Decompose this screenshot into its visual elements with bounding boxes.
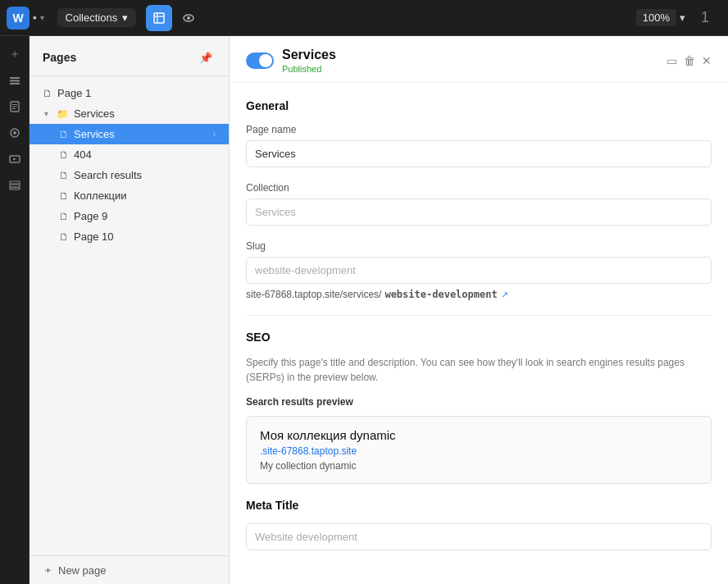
page-label: 404: [74, 148, 216, 161]
section-divider: [246, 315, 712, 316]
app-name: ▪: [33, 11, 37, 24]
page-icon: 🗋: [59, 129, 69, 140]
data-icon: [8, 179, 21, 192]
page-label: Page 10: [74, 230, 216, 243]
eye-icon: [182, 11, 195, 25]
panel-status: Published: [282, 64, 667, 74]
rail-layers-btn[interactable]: [3, 69, 26, 92]
preview-title: Моя коллекция dynamic: [260, 428, 698, 442]
slug-url-bold: website-development: [384, 289, 497, 300]
search-preview-card: Моя коллекция dynamic .site-67868.taptop…: [246, 416, 712, 484]
page-label: Search results: [74, 169, 216, 181]
svg-rect-17: [10, 185, 20, 187]
svg-marker-15: [13, 158, 16, 161]
app-logo[interactable]: W: [7, 7, 30, 30]
sidebar-pin-btn[interactable]: 📌: [196, 48, 216, 67]
page-toggle[interactable]: [246, 52, 274, 69]
zoom-control[interactable]: 100% ▾: [636, 9, 685, 26]
logo-letter: W: [12, 11, 23, 25]
seo-section: SEO Specify this page's title and descri…: [246, 331, 712, 550]
page-arrow-icon: ›: [213, 130, 216, 139]
new-page-button[interactable]: ＋ New page: [30, 555, 229, 584]
frame-icon: [152, 11, 166, 25]
meta-title-field: Meta Title: [246, 499, 712, 550]
general-title: General: [246, 99, 712, 112]
rail-data-btn[interactable]: [3, 174, 26, 197]
svg-rect-5: [10, 77, 20, 79]
sidebar-header: Pages 📌: [30, 36, 229, 76]
page-label: Коллекции: [74, 189, 216, 202]
rail-add-btn[interactable]: ＋: [3, 43, 26, 66]
svg-rect-16: [10, 181, 20, 184]
slug-url-prefix: site-67868.taptop.site/services/: [246, 289, 381, 300]
page-icon: 🗋: [43, 88, 52, 99]
page-settings-panel: Services Published ▭ 🗑 ✕ General Page na…: [230, 36, 728, 584]
page-icon: 🗋: [59, 170, 69, 181]
collection-field: Collection: [246, 182, 712, 226]
topbar-more-btn[interactable]: 1: [692, 5, 718, 31]
delete-icon[interactable]: 🗑: [684, 54, 695, 67]
pages-icon: [8, 100, 21, 113]
page-name-input[interactable]: [246, 140, 712, 167]
svg-point-13: [13, 131, 16, 135]
folder-icon: 📁: [57, 108, 69, 120]
folder-children: 🗋 Services › 🗋 404 🗋 Search results 🗋 Ко…: [30, 124, 229, 247]
meta-title-input[interactable]: [246, 523, 712, 550]
editor-tool-btn[interactable]: [146, 5, 172, 31]
topbar: W ▪ ▾ Collections ▾ 100% ▾ 1: [0, 0, 728, 36]
plus-icon: ＋: [43, 563, 53, 577]
page-icon: 🗋: [59, 190, 69, 202]
sidebar-item-page10[interactable]: 🗋 Page 10: [30, 226, 229, 247]
pages-list: 🗋 Page 1 ▼ 📁 Services 🗋 Services › 🗋 404: [30, 76, 229, 552]
meta-title-label: Meta Title: [246, 499, 712, 512]
sidebar-item-collections[interactable]: 🗋 Коллекции: [30, 185, 229, 206]
icon-rail: ＋: [0, 36, 30, 584]
sidebar-item-search-results[interactable]: 🗋 Search results: [30, 165, 229, 185]
media-icon: [8, 153, 21, 166]
slug-label: Slug: [246, 240, 712, 252]
general-section: General Page name Collection Slug site-6…: [246, 99, 712, 300]
collection-label: Collection: [246, 182, 712, 194]
minimize-icon[interactable]: ▭: [667, 54, 677, 67]
preview-desc: My collection dynamic: [260, 460, 698, 472]
sidebar-item-services[interactable]: 🗋 Services ›: [30, 124, 229, 144]
collections-chevron: ▾: [122, 11, 128, 24]
collections-dropdown[interactable]: Collections ▾: [57, 8, 137, 27]
slug-input[interactable]: [246, 257, 712, 284]
zoom-chevron: ▾: [680, 11, 685, 24]
page-label: Page 9: [74, 210, 216, 222]
rail-assets-btn[interactable]: [3, 121, 26, 144]
page-icon: 🗋: [59, 149, 69, 161]
svg-rect-18: [10, 188, 20, 189]
folder-chevron-icon: ▼: [43, 110, 50, 118]
seo-title: SEO: [246, 331, 712, 344]
sidebar: Pages 📌 🗋 Page 1 ▼ 📁 Services 🗋 Services…: [30, 36, 230, 584]
folder-label: Services: [74, 107, 115, 120]
sidebar-folder-services[interactable]: ▼ 📁 Services: [30, 103, 229, 124]
page-label: Services: [74, 128, 208, 140]
search-results-preview-label: Search results preview: [246, 396, 712, 408]
collections-label: Collections: [66, 11, 118, 24]
sidebar-item-page1[interactable]: 🗋 Page 1: [30, 83, 229, 103]
main-layout: ＋: [0, 36, 728, 584]
svg-rect-7: [10, 83, 20, 84]
sidebar-item-page9[interactable]: 🗋 Page 9: [30, 206, 229, 226]
sidebar-title: Pages: [43, 51, 76, 64]
preview-url: .site-67868.taptop.site: [260, 445, 698, 457]
panel-title-group: Services Published: [282, 48, 667, 74]
page-label: Page 1: [57, 87, 216, 99]
sidebar-item-404[interactable]: 🗋 404: [30, 144, 229, 165]
rail-media-btn[interactable]: [3, 148, 26, 171]
zoom-value: 100%: [636, 9, 676, 26]
collection-input[interactable]: [246, 198, 712, 226]
page-name-label: Page name: [246, 124, 712, 135]
layers-icon: [8, 74, 21, 87]
panel-title: Services: [282, 48, 667, 62]
external-link-icon[interactable]: ↗: [501, 290, 508, 300]
preview-btn[interactable]: [175, 5, 202, 31]
app-chevron[interactable]: ▾: [40, 13, 44, 22]
rail-pages-btn[interactable]: [3, 95, 26, 118]
page-name-field: Page name: [246, 124, 712, 167]
close-icon[interactable]: ✕: [702, 54, 712, 67]
seo-description: Specify this page's title and descriptio…: [246, 355, 712, 385]
